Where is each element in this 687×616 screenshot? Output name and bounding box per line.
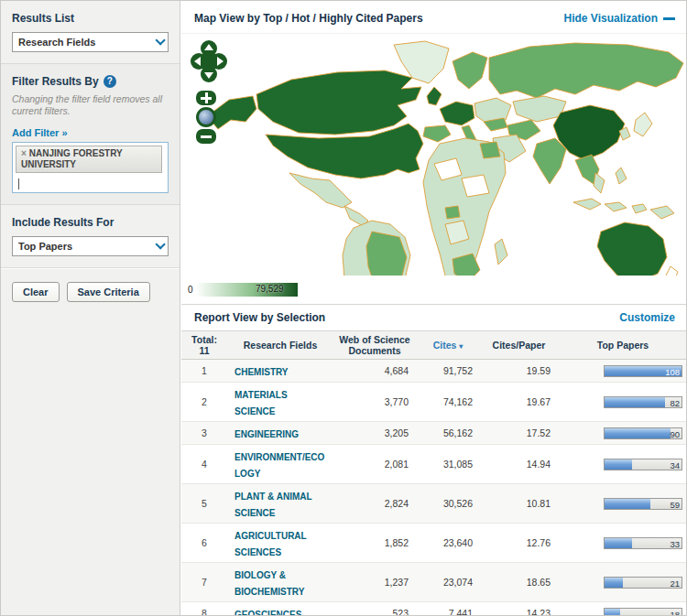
research-field-link[interactable]: ENGINEERING bbox=[234, 429, 299, 439]
zoom-out-button[interactable] bbox=[196, 129, 216, 144]
map-view-title: Map View by Top / Hot / Highly Cited Pap… bbox=[194, 12, 423, 25]
legend-gradient-bar: 79,529 bbox=[197, 283, 298, 297]
table-row: 4 ENVIRONMENT/ECOLOGY 2,081 31,085 14.94… bbox=[181, 445, 687, 484]
zoom-globe-button[interactable] bbox=[196, 107, 216, 127]
top-papers-bar: 21 bbox=[604, 577, 682, 589]
clear-button[interactable]: Clear bbox=[12, 282, 60, 302]
world-map[interactable] bbox=[181, 36, 687, 276]
results-list-heading: Results List bbox=[12, 12, 169, 25]
filter-tag[interactable]: ×NANJING FORESTRY UNIVERSITY bbox=[16, 146, 162, 173]
chevron-down-icon bbox=[155, 239, 165, 249]
top-papers-bar-fill bbox=[605, 428, 671, 438]
research-field-link[interactable]: AGRICULTURAL SCIENCES bbox=[234, 531, 307, 557]
results-list-dropdown[interactable]: Research Fields bbox=[12, 32, 169, 52]
top-papers-bar-fill bbox=[605, 459, 632, 470]
row-cites: 56,162 bbox=[416, 427, 480, 438]
help-icon[interactable]: ? bbox=[104, 75, 116, 88]
row-docs: 4,684 bbox=[333, 365, 416, 376]
row-cites-per-paper: 18.65 bbox=[480, 577, 558, 588]
map-zoom-controls bbox=[196, 91, 216, 144]
row-docs: 523 bbox=[333, 608, 416, 616]
top-papers-bar: 82 bbox=[604, 396, 682, 408]
total-header: Total: 11 bbox=[181, 334, 227, 356]
legend-max-label: 79,529 bbox=[256, 284, 284, 294]
zoom-in-button[interactable] bbox=[196, 91, 216, 105]
table-row: 7 BIOLOGY & BIOCHEMISTRY 1,237 23,074 18… bbox=[181, 563, 687, 602]
top-papers-bar-fill bbox=[605, 609, 620, 616]
col-cites-label: Cites bbox=[433, 340, 457, 351]
table-row: 1 CHEMISTRY 4,684 91,752 19.59 108 bbox=[181, 360, 687, 383]
filter-heading: Filter Results By bbox=[12, 75, 99, 88]
row-cites: 30,526 bbox=[416, 498, 480, 509]
row-cites: 7,441 bbox=[416, 608, 480, 616]
save-criteria-button[interactable]: Save Criteria bbox=[67, 282, 150, 302]
include-results-dropdown[interactable]: Top Papers bbox=[12, 236, 169, 256]
total-label: Total: bbox=[181, 334, 227, 345]
row-cites-per-paper: 19.67 bbox=[480, 396, 558, 407]
report-header: Report View by Selection Customize bbox=[181, 304, 687, 330]
row-rank: 7 bbox=[181, 577, 227, 588]
table-row: 3 ENGINEERING 3,205 56,162 17.52 90 bbox=[181, 422, 687, 445]
top-papers-value: 108 bbox=[665, 366, 680, 378]
row-rank: 3 bbox=[181, 427, 227, 438]
row-cites: 91,752 bbox=[416, 365, 480, 376]
row-rank: 6 bbox=[181, 537, 227, 548]
table-row: 8 GEOSCIENCES 523 7,441 14.23 18 bbox=[181, 602, 687, 616]
sidebar-buttons: Clear Save Criteria bbox=[1, 269, 180, 315]
remove-tag-icon[interactable]: × bbox=[21, 148, 27, 158]
top-papers-bar: 59 bbox=[604, 498, 682, 510]
filter-tag-label: NANJING FORESTRY UNIVERSITY bbox=[21, 148, 123, 169]
table-header-row: Total: 11 Research Fields Web of Science… bbox=[181, 331, 687, 360]
col-wos-documents: Web of Science Documents bbox=[333, 334, 416, 356]
top-papers-bar: 34 bbox=[604, 459, 682, 470]
filter-input-box[interactable]: ×NANJING FORESTRY UNIVERSITY bbox=[12, 142, 169, 193]
research-field-link[interactable]: CHEMISTRY bbox=[234, 367, 289, 377]
report-view-title: Report View by Selection bbox=[194, 311, 325, 324]
map-pan-control[interactable] bbox=[191, 39, 227, 83]
row-rank: 2 bbox=[181, 396, 227, 407]
top-papers-value: 59 bbox=[670, 499, 680, 511]
col-top-papers: Top Papers bbox=[558, 340, 687, 351]
results-list-selected: Research Fields bbox=[18, 37, 95, 48]
row-cites-per-paper: 12.76 bbox=[480, 537, 558, 548]
top-papers-bar-fill bbox=[605, 397, 665, 407]
col-cites-sort[interactable]: Cites ▾ bbox=[416, 340, 480, 351]
row-docs: 2,824 bbox=[333, 498, 416, 509]
add-filter-link[interactable]: Add Filter » bbox=[12, 127, 68, 138]
col-cites-per-paper: Cites/Paper bbox=[480, 340, 558, 351]
top-papers-bar-fill bbox=[605, 538, 632, 548]
research-field-link[interactable]: GEOSCIENCES bbox=[234, 610, 301, 616]
filter-section: Filter Results By ? Changing the filter … bbox=[1, 63, 180, 205]
row-rank: 5 bbox=[181, 498, 227, 509]
col-research-fields: Research Fields bbox=[234, 340, 326, 351]
top-papers-bar: 33 bbox=[604, 537, 682, 549]
top-papers-value: 21 bbox=[670, 578, 680, 589]
chevron-down-icon bbox=[155, 35, 165, 45]
hide-visualization-link[interactable]: Hide Visualization bbox=[564, 12, 675, 25]
top-papers-value: 82 bbox=[670, 397, 680, 409]
row-cites: 23,640 bbox=[416, 537, 480, 548]
table-body: 1 CHEMISTRY 4,684 91,752 19.59 108 2 MAT… bbox=[181, 360, 687, 616]
top-papers-bar: 108 bbox=[604, 365, 682, 377]
map-header: Map View by Top / Hot / Highly Cited Pap… bbox=[181, 1, 687, 33]
row-rank: 1 bbox=[181, 365, 227, 376]
top-papers-value: 33 bbox=[670, 538, 680, 550]
research-field-link[interactable]: PLANT & ANIMAL SCIENCE bbox=[234, 492, 311, 518]
row-cites: 23,074 bbox=[416, 577, 480, 588]
row-docs: 2,081 bbox=[333, 459, 416, 470]
research-field-link[interactable]: MATERIALS SCIENCE bbox=[234, 390, 288, 416]
row-cites-per-paper: 17.52 bbox=[480, 427, 558, 438]
research-field-link[interactable]: BIOLOGY & BIOCHEMISTRY bbox=[234, 570, 304, 597]
include-results-selected: Top Papers bbox=[18, 241, 72, 252]
top-papers-value: 34 bbox=[670, 459, 680, 471]
research-field-link[interactable]: ENVIRONMENT/ECOLOGY bbox=[234, 452, 324, 479]
row-docs: 1,852 bbox=[333, 537, 416, 548]
row-cites-per-paper: 19.59 bbox=[480, 365, 558, 376]
top-papers-value: 18 bbox=[670, 609, 680, 616]
top-papers-bar: 90 bbox=[604, 427, 682, 439]
top-papers-bar: 18 bbox=[604, 608, 682, 616]
top-papers-bar-fill bbox=[605, 499, 650, 509]
customize-link[interactable]: Customize bbox=[619, 311, 675, 324]
map-legend: 0 79,529 bbox=[188, 283, 298, 297]
row-docs: 3,205 bbox=[333, 427, 416, 438]
